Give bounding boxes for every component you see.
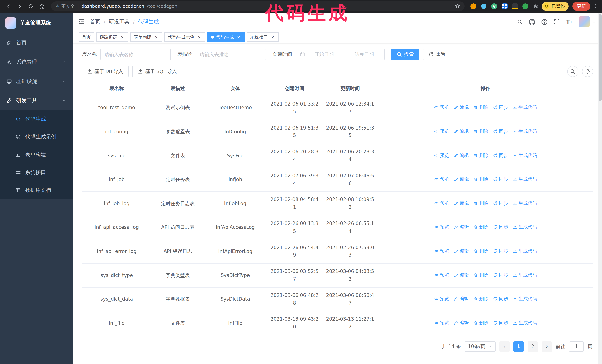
sidebar-subitem[interactable]: 表单构建 xyxy=(0,146,73,164)
action-del-link[interactable]: 删除 xyxy=(473,200,488,207)
action-sync-link[interactable]: 同步 xyxy=(493,200,508,207)
action-edit-link[interactable]: 编辑 xyxy=(454,223,469,231)
action-edit-link[interactable]: 编辑 xyxy=(454,319,469,326)
action-del-link[interactable]: 删除 xyxy=(473,319,488,326)
close-icon[interactable]: × xyxy=(236,34,241,40)
action-edit-link[interactable]: 编辑 xyxy=(454,104,469,111)
action-eye-link[interactable]: 预览 xyxy=(434,104,449,111)
action-sync-link[interactable]: 同步 xyxy=(493,152,508,159)
tag-item[interactable]: 链路追踪× xyxy=(96,32,128,42)
action-eye-link[interactable]: 预览 xyxy=(434,176,449,183)
action-sync-link[interactable]: 同步 xyxy=(493,247,508,255)
extension-icon-5[interactable] xyxy=(510,2,519,11)
address-bar[interactable]: ⚠ 不安全 | dashboard.yudao.iocoder.cn /tool… xyxy=(51,1,464,11)
date-range-picker[interactable]: 开始日期 - 结束日期 xyxy=(296,49,385,60)
scrollbar[interactable] xyxy=(598,13,602,364)
fullscreen-icon[interactable] xyxy=(554,19,560,25)
breadcrumb-item[interactable]: 研发工具 xyxy=(109,19,129,25)
sidebar-item[interactable]: 系统管理 xyxy=(0,52,73,72)
tag-item[interactable]: 系统接口× xyxy=(247,32,279,42)
action-download-link[interactable]: 生成代码 xyxy=(513,319,537,326)
close-icon[interactable]: × xyxy=(120,34,125,40)
action-download-link[interactable]: 生成代码 xyxy=(513,128,537,135)
page-size-select[interactable]: 10条/页 xyxy=(464,341,496,352)
sidebar-item[interactable]: 首页 xyxy=(0,33,73,52)
next-page-button[interactable]: › xyxy=(542,341,552,352)
extension-icon-1[interactable] xyxy=(469,2,478,11)
tag-item[interactable]: 表单构建× xyxy=(130,32,162,42)
action-eye-link[interactable]: 预览 xyxy=(434,152,449,159)
sidebar-item[interactable]: 研发工具 xyxy=(0,91,73,110)
table-desc-input[interactable] xyxy=(196,49,266,60)
action-del-link[interactable]: 删除 xyxy=(473,295,488,302)
action-eye-link[interactable]: 预览 xyxy=(434,200,449,207)
action-del-link[interactable]: 删除 xyxy=(473,128,488,135)
import-db-button[interactable]: 基于 DB 导入 xyxy=(82,65,129,77)
logo[interactable]: 芋道管理系统 xyxy=(0,13,73,33)
prev-page-button[interactable]: ‹ xyxy=(499,341,510,352)
action-edit-link[interactable]: 编辑 xyxy=(454,200,469,207)
action-download-link[interactable]: 生成代码 xyxy=(513,104,537,111)
sidebar-subitem[interactable]: 代码生成示例 xyxy=(0,128,73,146)
scrollbar-thumb[interactable] xyxy=(599,14,602,101)
refresh-table-button[interactable] xyxy=(582,66,593,77)
close-icon[interactable]: × xyxy=(270,34,275,40)
action-edit-link[interactable]: 编辑 xyxy=(454,128,469,135)
action-edit-link[interactable]: 编辑 xyxy=(454,152,469,159)
bookmark-star-icon[interactable] xyxy=(455,3,460,10)
action-del-link[interactable]: 删除 xyxy=(473,176,488,183)
menu-kebab-icon[interactable] xyxy=(593,3,598,10)
action-eye-link[interactable]: 预览 xyxy=(434,271,449,279)
action-eye-link[interactable]: 预览 xyxy=(434,223,449,231)
puzzle-icon[interactable] xyxy=(531,2,540,11)
breadcrumb-item[interactable]: 首页 xyxy=(90,19,100,25)
action-download-link[interactable]: 生成代码 xyxy=(513,176,537,183)
action-eye-link[interactable]: 预览 xyxy=(434,295,449,302)
extension-icon-6[interactable] xyxy=(521,2,530,11)
action-edit-link[interactable]: 编辑 xyxy=(454,176,469,183)
action-sync-link[interactable]: 同步 xyxy=(493,176,508,183)
home-icon[interactable] xyxy=(37,1,47,11)
goto-page-input[interactable] xyxy=(569,341,584,352)
action-eye-link[interactable]: 预览 xyxy=(434,247,449,255)
close-icon[interactable]: × xyxy=(197,34,202,40)
github-icon[interactable] xyxy=(529,19,535,25)
page-number-button[interactable]: 2 xyxy=(527,341,538,352)
action-edit-link[interactable]: 编辑 xyxy=(454,247,469,255)
security-warning[interactable]: ⚠ 不安全 xyxy=(55,3,75,10)
sidebar-subitem[interactable]: 代码生成 xyxy=(0,110,73,128)
table-desc-field[interactable] xyxy=(200,52,262,57)
action-sync-link[interactable]: 同步 xyxy=(493,271,508,279)
sidebar-item[interactable]: 基础设施 xyxy=(0,72,73,91)
toggle-search-button[interactable] xyxy=(567,66,578,77)
action-edit-link[interactable]: 编辑 xyxy=(454,271,469,279)
table-name-input[interactable] xyxy=(100,49,171,60)
action-del-link[interactable]: 删除 xyxy=(473,104,488,111)
action-download-link[interactable]: 生成代码 xyxy=(513,152,537,159)
tag-item[interactable]: 代码生成示例× xyxy=(164,32,205,42)
back-icon[interactable] xyxy=(4,1,13,11)
action-edit-link[interactable]: 编辑 xyxy=(454,295,469,302)
import-sql-button[interactable]: 基于 SQL 导入 xyxy=(132,65,183,77)
tag-item[interactable]: 首页 xyxy=(78,32,94,42)
action-del-link[interactable]: 删除 xyxy=(473,271,488,279)
tag-active[interactable]: 代码生成× xyxy=(207,32,245,42)
action-sync-link[interactable]: 同步 xyxy=(493,295,508,302)
extension-icon-4[interactable] xyxy=(500,2,509,11)
action-del-link[interactable]: 删除 xyxy=(473,247,488,255)
action-del-link[interactable]: 删除 xyxy=(473,223,488,231)
action-eye-link[interactable]: 预览 xyxy=(434,128,449,135)
close-icon[interactable]: × xyxy=(154,34,159,40)
profile-chip[interactable]: 已暂停 xyxy=(542,2,569,11)
action-download-link[interactable]: 生成代码 xyxy=(513,247,537,255)
breadcrumb-item[interactable]: 代码生成 xyxy=(138,19,159,25)
search-button[interactable]: 搜索 xyxy=(391,49,419,60)
action-eye-link[interactable]: 预览 xyxy=(434,319,449,326)
search-icon[interactable] xyxy=(517,19,522,24)
font-size-icon[interactable]: TT xyxy=(566,19,572,25)
action-download-link[interactable]: 生成代码 xyxy=(513,295,537,302)
table-name-field[interactable] xyxy=(105,52,167,57)
help-icon[interactable] xyxy=(541,19,548,25)
extension-icon-3[interactable]: V xyxy=(490,2,499,11)
forward-icon[interactable] xyxy=(15,1,24,11)
